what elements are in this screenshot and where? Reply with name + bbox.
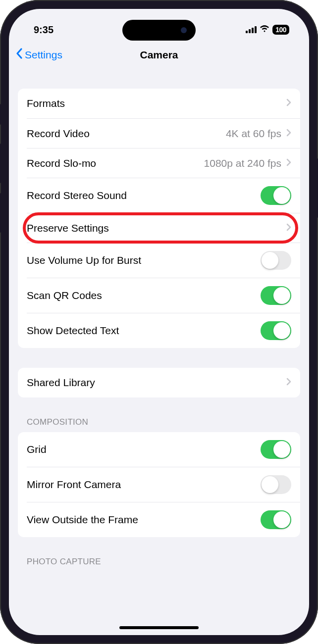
status-icons: 100: [246, 25, 289, 35]
toggle-detected-text[interactable]: [261, 321, 291, 340]
section-header-composition: COMPOSITION: [18, 417, 300, 432]
row-record-slomo[interactable]: Record Slo-mo 1080p at 240 fps: [27, 148, 300, 178]
row-label: Record Stereo Sound: [27, 190, 127, 201]
chevron-right-icon: [286, 99, 291, 108]
toggle-mirror-front[interactable]: [261, 475, 291, 494]
chevron-right-icon: [286, 158, 291, 168]
row-record-video[interactable]: Record Video 4K at 60 fps: [27, 118, 300, 148]
row-label: Grid: [27, 444, 47, 455]
screen: 9:35 100 Settings Camera: [9, 9, 309, 635]
chevron-right-icon: [286, 129, 291, 139]
chevron-right-icon: [286, 378, 291, 388]
wifi-icon: [260, 25, 269, 35]
settings-group-composition: Grid Mirror Front Camera View Outside th…: [18, 432, 300, 537]
settings-group-main: Formats Record Video 4K at 60 fps Record…: [18, 89, 300, 348]
nav-bar: Settings Camera: [9, 39, 309, 71]
toggle-volume-burst[interactable]: [261, 251, 291, 270]
page-title: Camera: [140, 49, 178, 61]
section-header-photo-capture: PHOTO CAPTURE: [18, 557, 300, 572]
back-label: Settings: [25, 49, 62, 61]
row-value: 1080p at 240 fps: [204, 157, 281, 169]
toggle-grid[interactable]: [261, 440, 291, 459]
toggle-scan-qr[interactable]: [261, 286, 291, 305]
row-preserve-settings[interactable]: Preserve Settings: [27, 213, 300, 243]
row-stereo-sound: Record Stereo Sound: [27, 178, 300, 213]
row-scan-qr: Scan QR Codes: [27, 278, 300, 313]
toggle-outside-frame[interactable]: [261, 510, 291, 529]
dynamic-island: [122, 20, 196, 41]
row-formats[interactable]: Formats: [18, 89, 300, 118]
row-label: View Outside the Frame: [27, 514, 138, 526]
row-detected-text: Show Detected Text: [27, 313, 300, 348]
row-label: Record Video: [27, 128, 90, 140]
side-button: [0, 104, 1, 125]
row-label: Mirror Front Camera: [27, 479, 121, 491]
settings-content: Formats Record Video 4K at 60 fps Record…: [9, 71, 309, 572]
row-label: Show Detected Text: [27, 325, 119, 337]
row-volume-burst: Use Volume Up for Burst: [27, 243, 300, 278]
device-frame: 9:35 100 Settings Camera: [0, 0, 318, 644]
toggle-stereo-sound[interactable]: [261, 186, 291, 205]
row-label: Record Slo-mo: [27, 157, 96, 169]
row-label: Formats: [27, 98, 65, 109]
row-mirror-front: Mirror Front Camera: [27, 467, 300, 502]
side-button: [0, 144, 1, 183]
home-indicator[interactable]: [119, 626, 199, 629]
settings-group-library: Shared Library: [18, 368, 300, 397]
side-button: [0, 193, 1, 233]
row-label: Scan QR Codes: [27, 290, 102, 301]
status-time: 9:35: [34, 24, 53, 36]
row-label: Shared Library: [27, 377, 95, 389]
battery-icon: 100: [272, 25, 289, 35]
row-shared-library[interactable]: Shared Library: [18, 368, 300, 397]
row-outside-frame: View Outside the Frame: [27, 502, 300, 537]
back-button[interactable]: Settings: [15, 48, 62, 62]
row-grid: Grid: [18, 432, 300, 467]
row-label: Use Volume Up for Burst: [27, 254, 141, 266]
chevron-left-icon: [15, 48, 24, 62]
row-value: 4K at 60 fps: [226, 128, 281, 140]
cellular-icon: [246, 26, 257, 33]
row-label: Preserve Settings: [27, 222, 109, 234]
chevron-right-icon: [286, 223, 291, 233]
